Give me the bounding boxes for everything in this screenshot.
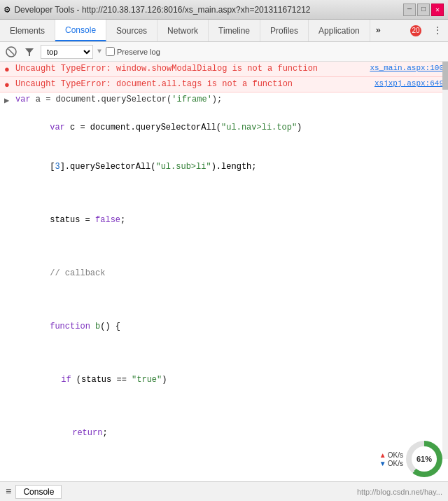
console-content[interactable]: ● Uncaught TypeError: window.showModalDi… <box>0 62 448 459</box>
scrollbar-thumb[interactable] <box>442 62 448 90</box>
filter-arrow-icon: ▼ <box>97 48 102 55</box>
code-line-4: status = false; <box>10 200 444 240</box>
code-line-blank-5 <box>10 399 444 413</box>
console-prompt: ▶ var a = document.querySelector('iframe… <box>0 92 448 107</box>
tab-profiles[interactable]: Profiles <box>260 20 309 41</box>
tab-timeline[interactable]: Timeline <box>209 20 260 41</box>
error-count-badge: 20 <box>410 25 421 36</box>
prompt-arrow-icon: ▶ <box>4 95 9 106</box>
minimize-button[interactable]: ─ <box>403 4 416 16</box>
download-arrow-icon: ▼ <box>379 460 386 467</box>
code-block: var c = document.querySelectorAll("ul.na… <box>0 107 448 459</box>
code-line-comment: // callback <box>10 254 444 293</box>
close-button[interactable]: ✕ <box>431 4 444 16</box>
code-line-blank-2 <box>10 240 444 254</box>
network-percent: 61% <box>412 446 437 472</box>
error-icon-1: ● <box>4 64 10 75</box>
settings-button[interactable]: ⋮ <box>427 20 448 41</box>
title-bar: ⚙ Developer Tools - http://210.38.137.12… <box>0 0 448 20</box>
filter-icon <box>24 47 34 57</box>
maximize-button[interactable]: □ <box>417 4 430 16</box>
devtools-nav: Elements Console Sources Network Timelin… <box>0 20 448 42</box>
preserve-log-label: Preserve log <box>106 47 160 56</box>
preserve-log-checkbox[interactable] <box>106 47 115 56</box>
error-text-1: Uncaught TypeError: window.showModalDial… <box>15 64 364 74</box>
devtools-favicon: ⚙ <box>4 4 10 15</box>
svg-line-1 <box>8 49 14 55</box>
prompt-text: var a = document.querySelector('iframe')… <box>15 95 222 104</box>
filter-button[interactable] <box>22 45 36 59</box>
code-line-blank-3 <box>10 293 444 307</box>
status-url: http://blog.csdn.net/hay... <box>66 488 442 496</box>
error-link-2[interactable]: xsjxpj.aspx:649 <box>374 79 444 88</box>
tab-application[interactable]: Application <box>309 20 370 41</box>
title-bar-text: Developer Tools - http://210.38.137.126:… <box>14 5 399 15</box>
code-line-2: [3].querySelectorAll("ul.sub>li").length… <box>10 147 444 186</box>
upload-arrow-icon: ▲ <box>379 451 386 459</box>
code-line-1: var c = document.querySelectorAll("ul.na… <box>10 108 444 147</box>
network-stats: ▲ OK/s ▼ OK/s 61% <box>379 441 442 477</box>
clear-icon <box>6 46 17 57</box>
error-badge-area: 20 <box>405 20 427 41</box>
status-bar: ≡ Console http://blog.csdn.net/hay... <box>0 481 448 501</box>
net-upload-stat: ▲ OK/s <box>379 451 403 459</box>
net-stats: ▲ OK/s ▼ OK/s <box>379 451 403 467</box>
error-icon-2: ● <box>4 80 10 90</box>
scrollbar[interactable] <box>442 62 448 459</box>
network-circle: 61% <box>406 441 442 477</box>
tab-sources[interactable]: Sources <box>106 20 158 41</box>
code-line-if1: if (status == "true") <box>10 360 444 399</box>
code-line-blank-1 <box>10 186 444 200</box>
error-link-1[interactable]: xs_main.aspx:100 <box>370 64 444 72</box>
error-row-1: ● Uncaught TypeError: window.showModalDi… <box>0 62 448 77</box>
code-line-blank-4 <box>10 346 444 360</box>
error-text-2: Uncaught TypeError: document.all.tags is… <box>15 79 369 89</box>
clear-console-button[interactable] <box>4 45 18 59</box>
console-tab-button[interactable]: Console <box>15 485 62 499</box>
net-download-stat: ▼ OK/s <box>379 460 403 467</box>
more-tabs-button[interactable]: » <box>370 20 386 41</box>
svg-marker-2 <box>25 48 34 56</box>
error-row-2: ● Uncaught TypeError: document.all.tags … <box>0 77 448 92</box>
drawer-toggle[interactable]: ≡ <box>6 486 11 497</box>
tab-console[interactable]: Console <box>55 20 106 41</box>
console-toolbar: top verbose info warnings errors ▼ Prese… <box>0 42 448 62</box>
tab-elements[interactable]: Elements <box>0 20 55 41</box>
tab-network[interactable]: Network <box>158 20 209 41</box>
code-line-function: function b() { <box>10 307 444 346</box>
filter-level-select[interactable]: top verbose info warnings errors <box>41 45 93 59</box>
window-controls: ─ □ ✕ <box>403 4 444 16</box>
